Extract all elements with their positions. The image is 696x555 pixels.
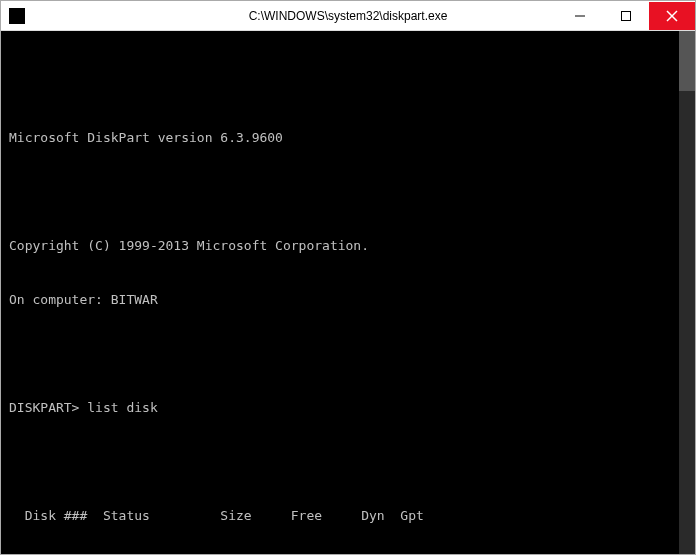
scrollbar-thumb[interactable] (679, 31, 695, 91)
close-button[interactable] (649, 2, 695, 30)
scrollbar[interactable] (679, 31, 695, 554)
maximize-icon (621, 11, 631, 21)
copyright-line: Copyright (C) 1999-2013 Microsoft Corpor… (9, 237, 691, 255)
minimize-icon (575, 11, 585, 21)
version-line: Microsoft DiskPart version 6.3.9600 (9, 129, 691, 147)
diskpart-window: C:\WINDOWS\system32\diskpart.exe Microso… (0, 0, 696, 555)
cmd-list-disk: list disk (87, 400, 157, 415)
app-icon (9, 8, 25, 24)
minimize-button[interactable] (557, 2, 603, 30)
titlebar[interactable]: C:\WINDOWS\system32\diskpart.exe (1, 1, 695, 31)
window-controls (557, 2, 695, 30)
svg-rect-1 (622, 11, 631, 20)
computer-line: On computer: BITWAR (9, 291, 691, 309)
maximize-button[interactable] (603, 2, 649, 30)
terminal-area[interactable]: Microsoft DiskPart version 6.3.9600 Copy… (1, 31, 695, 554)
prompt-line: DISKPART> list disk (9, 399, 691, 417)
prompt-label: DISKPART> (9, 400, 79, 415)
table-header: Disk ### Status Size Free Dyn Gpt (9, 507, 691, 525)
close-icon (666, 10, 678, 22)
